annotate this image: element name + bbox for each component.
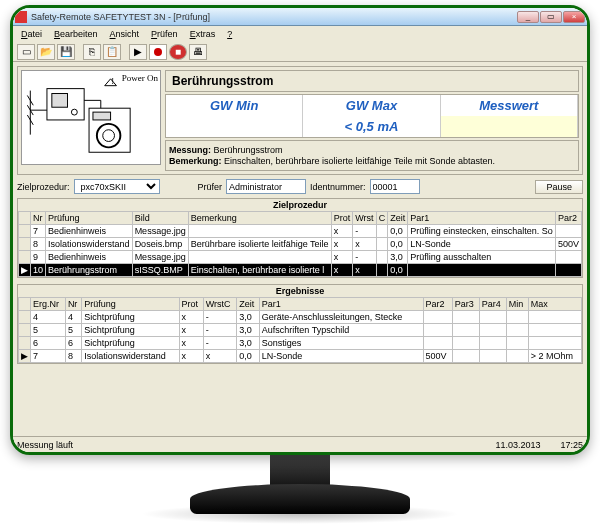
cell: Einschalten, berührbare isolierte l: [188, 264, 331, 277]
status-message: Messung läuft: [17, 440, 73, 450]
cell: [506, 324, 528, 337]
cell: Bedienhinweis: [46, 251, 133, 264]
titlebar: Safety-Remote SAFETYTEST 3N - [Prüfung] …: [13, 8, 587, 26]
menu-help[interactable]: ?: [221, 29, 238, 39]
menubar: DDateiatei Bearbeiten Ansicht Prüfen Ext…: [13, 26, 587, 42]
cell: Berührbare isolierte leitfähige Teile: [188, 238, 331, 251]
menu-pruefen[interactable]: Prüfen: [145, 29, 184, 39]
cell: x: [331, 264, 353, 277]
cell: x: [179, 337, 203, 350]
ergebnisse-header: Ergebnisse: [18, 285, 582, 297]
cell: x: [179, 324, 203, 337]
menu-ansicht[interactable]: Ansicht: [104, 29, 146, 39]
col-header: Zeit: [237, 298, 260, 311]
col-header: Par1: [408, 212, 556, 225]
tool-save[interactable]: 💾: [57, 44, 75, 60]
cell: [19, 324, 31, 337]
close-button[interactable]: ×: [563, 11, 585, 23]
cell: 0,0: [388, 264, 408, 277]
cell: 3,0: [237, 324, 260, 337]
cell: -: [203, 311, 237, 324]
table-row[interactable]: 55Sichtprüfungx-3,0Aufschriften Typschil…: [19, 324, 582, 337]
pause-button[interactable]: Pause: [535, 180, 583, 194]
col-gwmin: GW Min: [166, 95, 303, 116]
cell: [376, 225, 388, 238]
minimize-button[interactable]: _: [517, 11, 539, 23]
col-header: Par4: [479, 298, 506, 311]
cell: Geräte-Anschlussleitungen, Stecke: [259, 311, 423, 324]
param-row: Zielprozedur: pxc70xSKII Prüfer Identnum…: [17, 177, 583, 196]
tool-copy[interactable]: ⎘: [83, 44, 101, 60]
table-row[interactable]: 8IsolationswiderstandDoseis.bmpBerührbar…: [19, 238, 582, 251]
cell: [423, 337, 452, 350]
cell: -: [353, 225, 376, 238]
input-identnummer[interactable]: [370, 179, 420, 194]
value-messung: Berührungsstrom: [214, 145, 283, 155]
cell: [188, 251, 331, 264]
col-header: [19, 212, 31, 225]
power-on-label: Power On: [122, 73, 158, 83]
tool-paste[interactable]: 📋: [103, 44, 121, 60]
table-row[interactable]: 44Sichtprüfungx-3,0Geräte-Anschlussleitu…: [19, 311, 582, 324]
cell: Sichtprüfung: [82, 311, 179, 324]
cell: 5: [31, 324, 66, 337]
col-header: Par2: [555, 212, 581, 225]
cell: [479, 337, 506, 350]
menu-extras[interactable]: Extras: [184, 29, 222, 39]
ergebnisse-section: Ergebnisse Erg.NrNrPrüfungProtWrstCZeitP…: [17, 284, 583, 364]
cell: 6: [65, 337, 81, 350]
cell: x: [331, 251, 353, 264]
cell: x: [353, 238, 376, 251]
cell: x: [331, 225, 353, 238]
cell: [452, 311, 479, 324]
input-pruefer[interactable]: [226, 179, 306, 194]
col-messwert: Messwert: [441, 95, 578, 116]
col-header: Erg.Nr: [31, 298, 66, 311]
table-row[interactable]: 9BedienhinweisMessage.jpgx-3,0Prüfling a…: [19, 251, 582, 264]
cell: [408, 264, 556, 277]
table-row[interactable]: 66Sichtprüfungx-3,0Sonstiges: [19, 337, 582, 350]
cell: [555, 225, 581, 238]
cell: Isolationswiderstand: [82, 350, 179, 363]
label-messung: Messung:: [169, 145, 211, 155]
table-row[interactable]: 7BedienhinweisMessage.jpgx-0,0Prüfling e…: [19, 225, 582, 238]
cell: [479, 324, 506, 337]
cell: LN-Sonde: [408, 238, 556, 251]
tool-record[interactable]: [149, 44, 167, 60]
tool-open[interactable]: 📂: [37, 44, 55, 60]
menu-bearbeiten[interactable]: Bearbeiten: [48, 29, 104, 39]
svg-rect-9: [93, 112, 111, 120]
zielprozedur-header: Zielprozedur: [18, 199, 582, 211]
limits-table: GW Min GW Max Messwert < 0,5 mA: [165, 94, 579, 138]
cell: [423, 311, 452, 324]
svg-text:!: !: [112, 76, 114, 86]
cell: [528, 337, 581, 350]
cell: Prüfling einstecken, einschalten. So: [408, 225, 556, 238]
cell: [452, 337, 479, 350]
tool-new[interactable]: ▭: [17, 44, 35, 60]
cell: 0,0: [388, 238, 408, 251]
cell: LN-Sonde: [259, 350, 423, 363]
val-gwmax: < 0,5 mA: [303, 116, 440, 137]
cell: 500V: [423, 350, 452, 363]
cell: 7: [31, 225, 46, 238]
menu-datei[interactable]: DDateiatei: [15, 29, 48, 39]
select-zielprozedur[interactable]: pxc70xSKII: [74, 179, 160, 194]
col-header: Prüfung: [46, 212, 133, 225]
cell: Message.jpg: [132, 225, 188, 238]
ergebnisse-table[interactable]: Erg.NrNrPrüfungProtWrstCZeitPar1Par2Par3…: [18, 297, 582, 363]
tool-stop[interactable]: ■: [169, 44, 187, 60]
table-row[interactable]: ▶78Isolationswiderstandxx0,0LN-Sonde500V…: [19, 350, 582, 363]
val-gwmin: [166, 116, 303, 137]
cell: Sichtprüfung: [82, 337, 179, 350]
maximize-button[interactable]: ▭: [540, 11, 562, 23]
tool-play[interactable]: ▶: [129, 44, 147, 60]
cell: 4: [31, 311, 66, 324]
value-bemerkung: Einschalten, berührbare isolierte leitfä…: [224, 156, 495, 166]
zielprozedur-table[interactable]: NrPrüfungBildBemerkungProtWrstCZeitPar1P…: [18, 211, 582, 277]
tool-print[interactable]: 🖶: [189, 44, 207, 60]
cell: [528, 311, 581, 324]
table-row[interactable]: ▶10BerührungsstromsISSQ.BMPEinschalten, …: [19, 264, 582, 277]
cell: 8: [65, 350, 81, 363]
cell: ▶: [19, 350, 31, 363]
